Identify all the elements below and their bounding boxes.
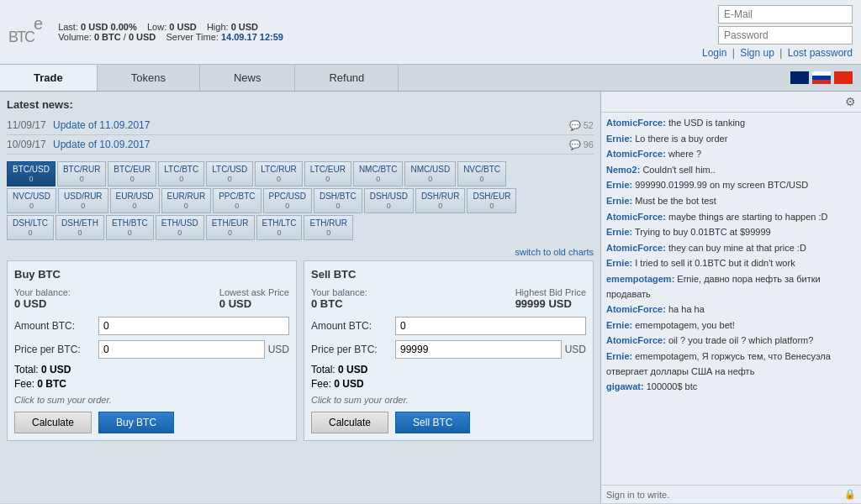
main-content: Latest news: 11/09/17 Update of 11.09.20… (0, 92, 861, 503)
pair-eth-btc[interactable]: ETH/BTC0 (106, 215, 154, 240)
pair-btc-eur[interactable]: BTC/EUR0 (108, 161, 156, 186)
chat-message: Ernie: emempotagem, you bet! (606, 318, 856, 333)
sell-price-label: Price per BTC: (311, 344, 395, 355)
pair-dsh-rur[interactable]: DSH/RUR0 (415, 188, 466, 213)
volume-usd: 0 USD (129, 32, 156, 42)
login-links: Login | Sign up | Lost password (702, 47, 853, 59)
buy-panel: Buy BTC Your balance: 0 USD Lowest ask P… (7, 260, 297, 441)
signup-link[interactable]: Sign up (740, 47, 774, 59)
chat-message-text: Couldn't sell him.. (642, 165, 715, 175)
chat-message: emempotagem: Ernie, давно пора нефть за … (606, 272, 856, 302)
news-item: 10/09/17 Update of 10.09.2017 💬 96 (7, 135, 594, 155)
navigation: Trade Tokens News Refund (0, 65, 861, 92)
chat-message-text: maybe things are starting to happen :D (668, 212, 828, 222)
sell-price-input[interactable] (395, 340, 562, 359)
chat-message: AtomicForce: they can buy mine at that p… (606, 241, 856, 256)
pair-dsh-usd[interactable]: DSH/USD0 (364, 188, 414, 213)
pair-nvc-usd[interactable]: NVC/USD0 (7, 188, 56, 213)
gear-icon[interactable]: ⚙ (845, 95, 856, 108)
left-panel: Latest news: 11/09/17 Update of 11.09.20… (0, 92, 600, 503)
pairs-row-1: BTC/USD0 BTC/RUR0 BTC/EUR0 LTC/BTC0 LTC/… (7, 161, 594, 186)
pair-dsh-ltc[interactable]: DSH/LTC0 (7, 215, 54, 240)
pair-btc-usd[interactable]: BTC/USD0 (7, 161, 55, 186)
pair-ltc-eur[interactable]: LTC/EUR0 (304, 161, 351, 186)
pair-dsh-btc[interactable]: DSH/BTC0 (314, 188, 362, 213)
buy-total-row: Total: 0 USD (14, 364, 289, 375)
flag-ru[interactable] (812, 71, 831, 84)
lock-icon: 🔒 (844, 489, 856, 500)
buy-price-unit: USD (268, 344, 289, 355)
pair-eur-usd[interactable]: EUR/USD0 (110, 188, 160, 213)
pair-usd-rur[interactable]: USD/RUR0 (58, 188, 108, 213)
pair-eth-usd[interactable]: ETH/USD0 (156, 215, 204, 240)
pairs-grid: BTC/USD0 BTC/RUR0 BTC/EUR0 LTC/BTC0 LTC/… (7, 161, 594, 240)
buy-amount-input[interactable] (98, 317, 289, 335)
chat-message: AtomicForce: the USD is tanking (606, 116, 856, 131)
tab-news[interactable]: News (200, 65, 296, 91)
chat-username: Nemo2: (606, 165, 640, 175)
buy-action-button[interactable]: Buy BTC (98, 412, 174, 433)
chat-message: AtomicForce: maybe things are starting t… (606, 210, 856, 225)
pair-nvc-btc[interactable]: NVC/BTC0 (457, 161, 506, 186)
chat-username: Ernie: (606, 227, 632, 237)
buy-balance-label: Your balance: (14, 287, 71, 297)
pair-eur-rur[interactable]: EUR/RUR0 (161, 188, 212, 213)
sell-action-button[interactable]: Sell BTC (395, 412, 470, 433)
chat-username: AtomicForce: (606, 212, 666, 222)
chat-message-text: they can buy mine at that price :D (668, 243, 806, 253)
chat-message: Nemo2: Couldn't sell him.. (606, 163, 856, 178)
buy-price-label: Price per BTC: (14, 344, 98, 355)
chat-username: AtomicForce: (606, 304, 666, 314)
chat-username: gigawat: (606, 381, 644, 391)
lost-password-link[interactable]: Lost password (788, 47, 853, 59)
flag-cn[interactable] (834, 71, 853, 84)
pair-ltc-rur[interactable]: LTC/RUR0 (255, 161, 303, 186)
chat-message: Ernie: Lo there is a buy order (606, 132, 856, 147)
sign-in-text: Sign in to write. (606, 490, 669, 500)
pair-ltc-usd[interactable]: LTC/USD0 (206, 161, 253, 186)
chat-username: Ernie: (606, 180, 632, 190)
chat-username: Ernie: (606, 134, 632, 144)
login-link[interactable]: Login (702, 47, 726, 59)
chat-username: AtomicForce: (606, 118, 666, 128)
pair-nmc-usd[interactable]: NMC/USD0 (404, 161, 456, 186)
chat-message-text: 999990.01999.99 on my screen BTC/USD (635, 180, 808, 190)
tab-trade[interactable]: Trade (0, 65, 98, 91)
chat-message-text: where ? (668, 149, 701, 159)
pair-dsh-eth[interactable]: DSH/ETH0 (55, 215, 104, 240)
sell-fee-value: 0 USD (334, 378, 363, 390)
email-input[interactable] (718, 5, 853, 24)
buy-price-input[interactable] (98, 340, 265, 359)
chat-username: AtomicForce: (606, 243, 666, 253)
logo-sub: e (34, 14, 41, 33)
chat-message-text: 100000$ btc (647, 381, 698, 391)
sell-balance-value: 0 BTC (311, 297, 367, 310)
pair-eth-ltc[interactable]: ETH/LTC0 (256, 215, 303, 240)
low-value: 0 USD (169, 22, 196, 32)
chat-message: Ernie: Trying to buy 0.01BTC at $99999 (606, 225, 856, 240)
pair-eth-eur[interactable]: ETH/EUR0 (206, 215, 255, 240)
pair-btc-rur[interactable]: BTC/RUR0 (57, 161, 106, 186)
flag-uk[interactable] (790, 71, 809, 84)
sell-calc-button[interactable]: Calculate (311, 412, 388, 433)
header: BTCe Last: 0 USD 0.00% Low: 0 USD High: … (0, 0, 861, 65)
pair-ppc-usd[interactable]: PPC/USD0 (263, 188, 312, 213)
buy-calc-button[interactable]: Calculate (14, 412, 92, 433)
chat-panel: ⚙ AtomicForce: the USD is tankingErnie: … (600, 92, 861, 503)
pair-ltc-btc[interactable]: LTC/BTC0 (158, 161, 204, 186)
tab-tokens[interactable]: Tokens (98, 65, 200, 91)
pair-eth-rur[interactable]: ETH/RUR0 (304, 215, 352, 240)
news-title-1[interactable]: Update of 11.09.2017 (53, 119, 569, 131)
news-title-2[interactable]: Update of 10.09.2017 (53, 139, 569, 150)
sell-amount-input[interactable] (395, 317, 586, 335)
buy-amount-label: Amount BTC: (14, 320, 98, 332)
pair-ppc-btc[interactable]: PPC/BTC0 (213, 188, 261, 213)
pair-dsh-eur[interactable]: DSH/EUR0 (467, 188, 516, 213)
switch-charts-link[interactable]: switch to old charts (515, 247, 594, 257)
sell-price-row: Price per BTC: USD (311, 340, 586, 359)
pair-nmc-btc[interactable]: NMC/BTC0 (353, 161, 404, 186)
switch-link-container: switch to old charts (7, 247, 594, 257)
password-input[interactable] (718, 26, 853, 45)
chat-message-text: emempotagem, Я горжусь тем, что Венесуэл… (606, 351, 831, 376)
tab-refund[interactable]: Refund (295, 65, 399, 91)
